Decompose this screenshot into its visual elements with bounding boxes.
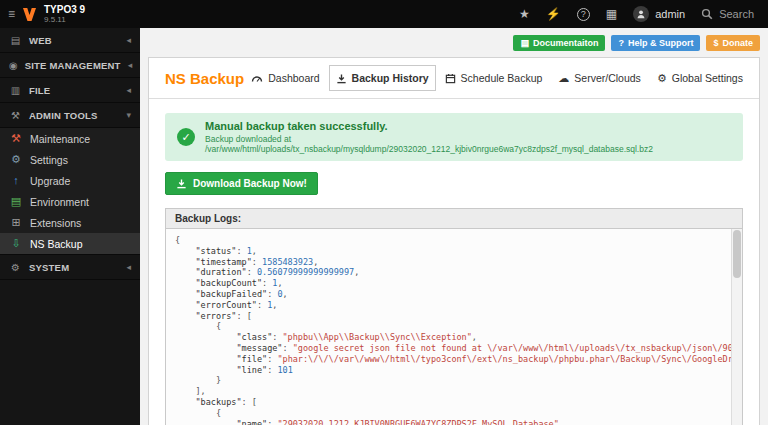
chevron-left-icon: ◂ (126, 35, 131, 45)
download-icon (176, 178, 187, 189)
clear-cache-bolt-icon[interactable]: ⚡ (546, 8, 561, 20)
section-label: SITE MANAGEMENT (25, 60, 121, 71)
sidebar-item-upgrade[interactable]: ↑ Upgrade (0, 170, 140, 191)
help-icon[interactable]: ? (577, 8, 590, 21)
app-version: 9.5.11 (44, 15, 85, 24)
section-label: ADMIN TOOLS (29, 110, 119, 121)
sidebar-item-label: Settings (30, 154, 68, 166)
tab-label: Dashboard (268, 72, 319, 84)
search-icon (701, 8, 713, 20)
typo3-backend: ≡ TYPO3 9 9.5.11 ★ ⚡ ? ▦ admin (0, 0, 768, 425)
card-header: NS Backup Dashboard Ba (149, 58, 759, 99)
module-menu-toggle-icon[interactable]: ≡ (8, 7, 15, 21)
help-support-button[interactable]: ? Help & Support (611, 35, 700, 51)
sidebar-item-ns-backup[interactable]: ⇩ NS Backup (0, 233, 140, 254)
donate-button[interactable]: $ Donate (706, 35, 760, 51)
card-body: ✓ Manual backup taken successfully. Back… (149, 99, 759, 425)
tab-bar: Dashboard Backup History (244, 65, 750, 91)
check-circle-icon: ✓ (177, 128, 195, 146)
globe-icon: ◉ (9, 60, 18, 71)
log-scrollbar-thumb[interactable] (733, 230, 741, 278)
topbar-toolbar: ★ ⚡ ? ▦ admin Search (519, 6, 768, 22)
module-content: ▤ Documentaiton ? Help & Support $ Donat… (140, 28, 768, 425)
chevron-left-icon: ◂ (126, 262, 131, 272)
sidebar-item-label: Extensions (30, 217, 81, 229)
chevron-left-icon: ◂ (128, 60, 133, 70)
sidebar-section-site-management[interactable]: ◉ SITE MANAGEMENT ◂ (0, 53, 140, 78)
tab-global-settings[interactable]: ⚙ Global Settings (650, 65, 750, 91)
download-backup-button[interactable]: Download Backup Now! (165, 172, 318, 195)
tab-label: Global Settings (672, 72, 743, 84)
ns-backup-card: NS Backup Dashboard Ba (148, 57, 760, 425)
section-label: WEB (29, 35, 119, 46)
question-icon: ? (618, 39, 624, 48)
tab-server-clouds[interactable]: ☁ Server/Clouds (551, 65, 648, 91)
username-label: admin (655, 8, 685, 20)
user-menu[interactable]: admin (633, 6, 685, 22)
page-title: NS Backup (165, 70, 244, 87)
cloud-icon: ☁ (558, 73, 569, 84)
sidebar-section-web[interactable]: ▤ WEB ◂ (0, 28, 140, 53)
download-backup-label: Download Backup Now! (193, 178, 307, 189)
sidebar-item-extensions[interactable]: ⊞ Extensions (0, 212, 140, 233)
environment-icon: ▤ (9, 196, 23, 207)
sidebar-section-system[interactable]: ⚙ SYSTEM ◂ (0, 255, 140, 280)
topbar-brand: ≡ TYPO3 9 9.5.11 (0, 4, 140, 24)
donate-label: Donate (722, 38, 753, 48)
folder-icon: ▥ (9, 85, 22, 96)
apps-grid-icon[interactable]: ▦ (606, 8, 617, 20)
admin-tools-submenu: ⚒ Maintenance ⚙ Settings ↑ Upgrade ▤ Env… (0, 128, 140, 255)
ns-backup-icon: ⇩ (9, 238, 23, 249)
sidebar-item-label: NS Backup (30, 238, 83, 250)
alert-detail: Backup downloaded at /var/www/html/uploa… (205, 134, 731, 154)
alert-text: Manual backup taken successfully. Backup… (205, 120, 731, 154)
documentation-button[interactable]: ▤ Documentaiton (513, 35, 605, 51)
backup-logs-body[interactable]: { "status": 1, "timestamp": 1585483923, … (166, 229, 742, 425)
help-support-label: Help & Support (628, 38, 694, 48)
sidebar-item-environment[interactable]: ▤ Environment (0, 191, 140, 212)
chevron-down-icon: ▾ (126, 110, 131, 120)
global-search[interactable]: Search (701, 8, 754, 20)
chevron-left-icon: ◂ (126, 85, 131, 95)
bookmark-star-icon[interactable]: ★ (519, 8, 530, 20)
system-gear-icon: ⚙ (9, 262, 22, 273)
topbar: ≡ TYPO3 9 9.5.11 ★ ⚡ ? ▦ admin (0, 0, 768, 28)
backup-logs-panel: Backup Logs: { "status": 1, "timestamp":… (165, 208, 743, 425)
typo3-logo-icon (22, 8, 37, 21)
sidebar-section-admin-tools[interactable]: ⚒ ADMIN TOOLS ▾ (0, 103, 140, 128)
tab-label: Server/Clouds (574, 72, 641, 84)
module-sidebar: ▤ WEB ◂ ◉ SITE MANAGEMENT ◂ ▥ FILE ◂ ⚒ A… (0, 28, 140, 425)
tab-label: Schedule Backup (461, 72, 543, 84)
tab-label: Backup History (352, 72, 429, 84)
tab-dashboard[interactable]: Dashboard (244, 65, 326, 91)
backup-logs-title: Backup Logs: (166, 209, 742, 229)
backup-log-output: { "status": 1, "timestamp": 1585483923, … (175, 235, 722, 425)
avatar (633, 6, 649, 22)
search-label: Search (719, 8, 754, 20)
sidebar-item-maintenance[interactable]: ⚒ Maintenance (0, 128, 140, 149)
settings-gear-icon: ⚙ (9, 154, 23, 165)
document-icon: ▤ (520, 39, 529, 48)
section-label: SYSTEM (29, 262, 119, 273)
app-title: TYPO3 9 (44, 4, 85, 15)
sidebar-item-label: Maintenance (30, 133, 90, 145)
success-alert: ✓ Manual backup taken successfully. Back… (165, 113, 743, 161)
section-label: FILE (29, 85, 119, 96)
sidebar-item-settings[interactable]: ⚙ Settings (0, 149, 140, 170)
header-actions: ▤ Documentaiton ? Help & Support $ Donat… (140, 28, 768, 51)
sidebar-item-label: Upgrade (30, 175, 70, 187)
tab-backup-history[interactable]: Backup History (329, 65, 436, 91)
dollar-icon: $ (713, 39, 718, 48)
log-scrollbar-track[interactable] (731, 229, 742, 425)
upgrade-arrow-icon: ↑ (9, 175, 23, 186)
brand-text: TYPO3 9 9.5.11 (44, 4, 85, 24)
person-icon (636, 9, 646, 19)
tab-schedule-backup[interactable]: Schedule Backup (438, 65, 550, 91)
sidebar-section-file[interactable]: ▥ FILE ◂ (0, 78, 140, 103)
maintenance-wrench-icon: ⚒ (9, 133, 23, 144)
sidebar-item-label: Environment (30, 196, 89, 208)
gauge-icon (251, 72, 263, 84)
documentation-label: Documentaiton (533, 38, 599, 48)
download-icon (336, 73, 347, 84)
web-icon: ▤ (9, 35, 22, 46)
